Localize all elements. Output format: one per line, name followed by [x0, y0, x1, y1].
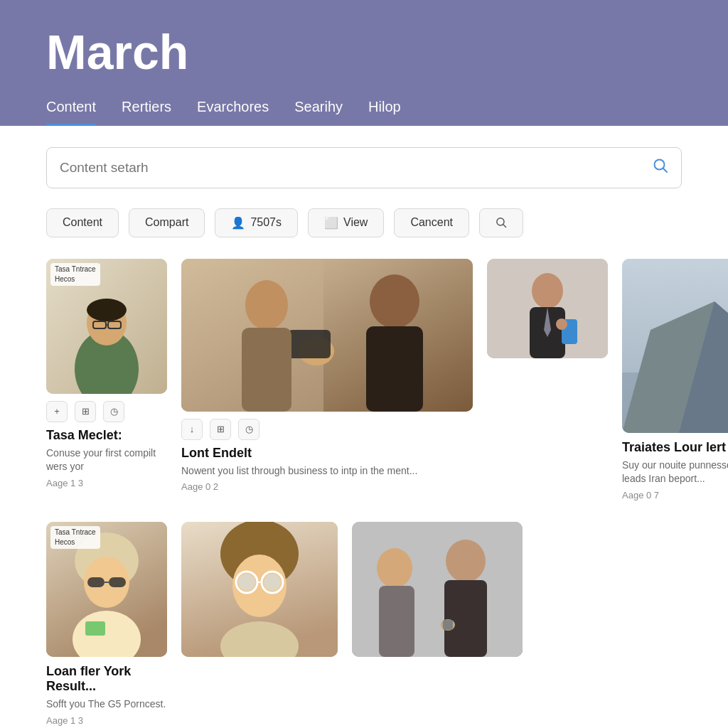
filter-view[interactable]: ⬜ View: [308, 208, 384, 237]
card-1-desc: Conuse your first compilt wers yor: [46, 446, 167, 474]
svg-rect-19: [242, 328, 291, 412]
svg-point-44: [264, 574, 281, 591]
tab-hilop[interactable]: Hilop: [368, 99, 401, 126]
grid-action[interactable]: ⊞: [75, 401, 96, 422]
nav-tabs: Content Rertiers Evarchores Searihy Hilo…: [46, 99, 682, 126]
card-3-title: Traiates Lour lert: [622, 440, 728, 455]
card-5: [181, 522, 338, 664]
download-action[interactable]: ↓: [181, 419, 203, 440]
card-1-title: Tasa Meclet:: [46, 428, 167, 443]
svg-point-8: [87, 299, 127, 321]
svg-point-52: [377, 548, 412, 588]
view-icon: ⬜: [324, 216, 338, 230]
filter-7507s[interactable]: 👤 7507s: [215, 208, 298, 237]
svg-point-14: [370, 274, 419, 328]
svg-rect-34: [109, 577, 126, 587]
card-6: [352, 522, 523, 664]
card5-svg: [181, 522, 338, 657]
svg-point-43: [238, 574, 255, 591]
share-action-2[interactable]: ◷: [238, 419, 259, 440]
tab-evarchores[interactable]: Evarchores: [197, 99, 269, 126]
header: March Content Rertiers Evarchores Searih…: [0, 0, 728, 126]
search-input[interactable]: [60, 160, 653, 176]
card-1-meta: Aage 1 3: [46, 478, 167, 488]
card-1-actions: + ⊞ ◷: [46, 401, 167, 422]
card-4: Tasa TntraceHecos Loan fler York Result.…: [46, 522, 167, 726]
card6-svg: [352, 522, 523, 657]
svg-rect-33: [87, 577, 105, 587]
filter-cancent[interactable]: Cancent: [394, 208, 469, 237]
card-4-desc: Sofft you The G5 Porncest.: [46, 697, 167, 712]
card-6-image: [352, 522, 523, 657]
svg-rect-53: [379, 586, 414, 657]
grid-row-2: Tasa TntraceHecos Loan fler York Result.…: [46, 522, 682, 726]
svg-line-3: [503, 225, 506, 228]
filter-search[interactable]: [479, 208, 523, 237]
filter-content[interactable]: Content: [46, 208, 119, 237]
svg-rect-49: [444, 580, 487, 657]
card-2-thumb-image: [487, 259, 608, 358]
thumb-svg: [487, 259, 608, 358]
share-action[interactable]: ◷: [103, 401, 124, 422]
card-3: Traiates Lour lert Suy our nouite punnes…: [622, 259, 728, 500]
svg-rect-37: [85, 621, 105, 636]
svg-point-18: [245, 280, 288, 330]
search-button[interactable]: [653, 158, 668, 178]
grid-action-2[interactable]: ⊞: [210, 419, 231, 440]
svg-rect-17: [288, 330, 331, 358]
card-3-image: [622, 259, 728, 433]
card-4-title: Loan fler York Result...: [46, 664, 167, 694]
mountain-svg: [622, 259, 728, 433]
tab-rertiers[interactable]: Rertiers: [122, 99, 171, 126]
card-4-image: Tasa TntraceHecos: [46, 522, 167, 657]
svg-rect-47: [352, 522, 523, 657]
svg-rect-51: [443, 620, 453, 630]
card-5-image: [181, 522, 338, 657]
card-2-desc: Nowent you list through business to intp…: [181, 464, 473, 478]
tab-searihy[interactable]: Searihy: [294, 99, 343, 126]
card-2-meta: Aage 0 2: [181, 481, 473, 492]
grid-row-1: Tasa TntraceHecos + ⊞ ◷ Tasa Meclet: Con…: [46, 259, 682, 500]
card-2-title: Lont Endelt: [181, 446, 473, 461]
card-2: ↓ ⊞ ◷ Lont Endelt Nowent you list throug…: [181, 259, 473, 493]
biz-svg: [181, 259, 473, 412]
filter-bar: Content Compart 👤 7507s ⬜ View Cancent: [46, 208, 682, 237]
content-grid: Tasa TntraceHecos + ⊞ ◷ Tasa Meclet: Con…: [46, 259, 682, 726]
svg-line-1: [663, 168, 667, 172]
filter-compart[interactable]: Compart: [129, 208, 205, 237]
card-1: Tasa TntraceHecos + ⊞ ◷ Tasa Meclet: Con…: [46, 259, 167, 488]
search-bar: [46, 147, 682, 188]
card-3-desc: Suy our nouite punnessed yo compria lead…: [622, 459, 728, 486]
svg-point-48: [446, 540, 486, 582]
main-content: Content Compart 👤 7507s ⬜ View Cancent: [0, 126, 728, 728]
page-title: March: [46, 26, 682, 79]
card-2-thumb: [487, 259, 608, 365]
card-2-image: [181, 259, 473, 412]
card-1-image: Tasa TntraceHecos: [46, 259, 167, 394]
svg-rect-15: [366, 326, 423, 412]
card-1-image-label: Tasa TntraceHecos: [50, 263, 100, 286]
add-action[interactable]: +: [46, 401, 68, 422]
people-icon: 👤: [231, 216, 245, 230]
card-4-image-label: Tasa TntraceHecos: [50, 526, 100, 549]
svg-point-25: [556, 318, 567, 330]
card-3-meta: Aage 0 7: [622, 490, 728, 500]
tab-content[interactable]: Content: [46, 99, 96, 126]
card-4-meta: Aage 1 3: [46, 715, 167, 726]
card-2-actions: ↓ ⊞ ◷: [181, 419, 473, 440]
svg-point-21: [532, 273, 563, 309]
